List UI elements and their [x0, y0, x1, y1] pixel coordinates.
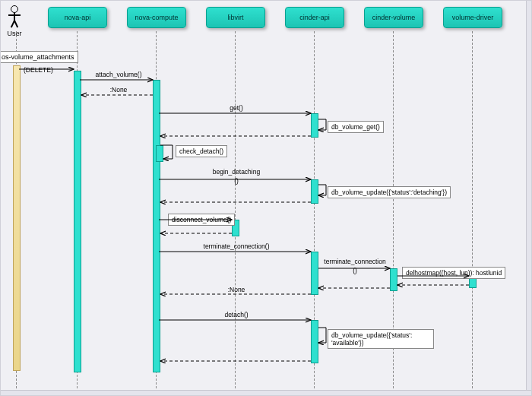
activation-cinder-api-term: [311, 252, 318, 295]
msg-terminate-connection-2: terminate_connection: [318, 258, 391, 265]
gate-title: os-volume_attachments: [2, 53, 74, 61]
actor-label: User: [7, 30, 22, 37]
activation-nova-compute: [153, 80, 160, 372]
activation-user: [13, 65, 21, 371]
msg-terminate-connection: terminate_connection(): [162, 242, 311, 250]
participant-nova-api: nova-api: [48, 7, 107, 28]
participant-volume-driver: volume-driver: [443, 7, 502, 28]
msg-detach: detach(): [162, 311, 311, 318]
msg-begin-detaching: begin_detaching: [162, 168, 311, 176]
lifeline-libvirt: [235, 31, 236, 388]
participant-label: nova-compute: [135, 14, 178, 21]
user-icon: [7, 5, 22, 28]
note-disconnect-volume: disconnect_volume(): [168, 214, 235, 226]
scrollbar-horizontal[interactable]: [1, 390, 532, 395]
msg-begin-detaching-paren: (): [162, 177, 311, 185]
participant-libvirt: libvirt: [206, 7, 265, 28]
note-db-update-available: db_volume_update({'status': 'available'}…: [328, 329, 434, 349]
note-line2: 'available'}): [331, 339, 363, 347]
msg-terminate-connection-2b: (): [318, 267, 391, 274]
actor-user: User: [7, 5, 22, 37]
msg-attach-volume: attach_volume(): [84, 71, 153, 78]
note-delhostmap: delhostmap((host, lun)): hostlunid: [402, 267, 505, 279]
activation-cinder-api-detach: [311, 320, 318, 363]
activation-cinder-api-get: [311, 113, 318, 138]
gate-subtitle: (DELETE): [24, 66, 53, 74]
activation-nova-api: [74, 71, 81, 372]
gate-os-volume-attachments: os-volume_attachments: [0, 51, 78, 63]
msg-get: get(): [162, 104, 311, 112]
participant-cinder-api: cinder-api: [285, 7, 344, 28]
participant-nova-compute: nova-compute: [127, 7, 186, 28]
participant-label: cinder-volume: [372, 14, 416, 21]
note-line1: db_volume_update({'status':: [331, 331, 412, 339]
activation-nc-self1: [156, 145, 163, 162]
note-db-volume-get: db_volume_get(): [328, 121, 384, 133]
activation-cinder-api-begin: [311, 179, 318, 204]
note-db-update-detaching: db_volume_update({'status':'detaching'}): [328, 186, 451, 198]
lifeline-volume-driver: [472, 31, 473, 388]
note-check-detach: check_detach(): [176, 145, 227, 157]
participant-label: cinder-api: [299, 14, 330, 21]
participant-cinder-volume: cinder-volume: [364, 7, 423, 28]
msg-return-none-2: :None: [162, 286, 311, 293]
participant-label: nova-api: [65, 14, 91, 21]
msg-return-none-1: :None: [84, 86, 153, 93]
participant-label: libvirt: [227, 14, 243, 21]
scrollbar-vertical[interactable]: [526, 1, 531, 396]
participant-label: volume-driver: [452, 14, 494, 21]
